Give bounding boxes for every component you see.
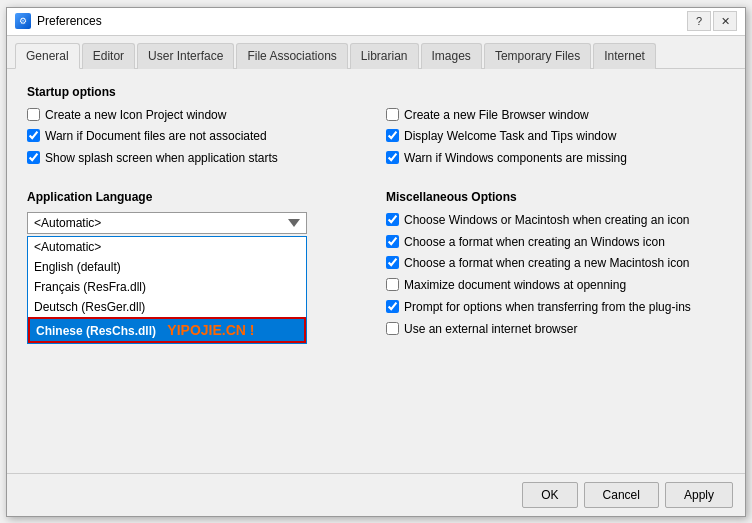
startup-opt-3-label: Show splash screen when application star…	[45, 150, 278, 167]
help-button[interactable]: ?	[687, 11, 711, 31]
misc-opt-3-label: Choose a format when creating a new Maci…	[404, 255, 690, 272]
startup-opt-6: Warn if Windows components are missing	[386, 150, 725, 167]
startup-right-col: Create a new File Browser window Display…	[386, 107, 725, 172]
language-section: Application Language <Automatic> <Automa…	[27, 190, 366, 344]
startup-opt-5-label: Display Welcome Task and Tips window	[404, 128, 616, 145]
misc-opt-5-checkbox[interactable]	[386, 300, 399, 313]
startup-title: Startup options	[27, 85, 725, 99]
startup-opt-5: Display Welcome Task and Tips window	[386, 128, 725, 145]
title-bar-buttons: ? ✕	[687, 11, 737, 31]
language-title: Application Language	[27, 190, 366, 204]
tab-editor[interactable]: Editor	[82, 43, 135, 69]
tab-user-interface[interactable]: User Interface	[137, 43, 234, 69]
misc-title: Miscellaneous Options	[386, 190, 725, 204]
startup-section: Startup options Create a new Icon Projec…	[27, 85, 725, 172]
tab-general[interactable]: General	[15, 43, 80, 69]
lang-item-french[interactable]: Français (ResFra.dll)	[28, 277, 306, 297]
lang-item-german[interactable]: Deutsch (ResGer.dll)	[28, 297, 306, 317]
startup-opt-2: Warn if Document files are not associate…	[27, 128, 366, 145]
startup-columns: Create a new Icon Project window Warn if…	[27, 107, 725, 172]
misc-opt-6: Use an external internet browser	[386, 321, 725, 338]
app-icon: ⚙	[15, 13, 31, 29]
preferences-window: ⚙ Preferences ? ✕ General Editor User In…	[6, 7, 746, 517]
startup-opt-4-checkbox[interactable]	[386, 108, 399, 121]
tab-file-associations[interactable]: File Associations	[236, 43, 347, 69]
misc-opt-3-checkbox[interactable]	[386, 256, 399, 269]
startup-opt-2-label: Warn if Document files are not associate…	[45, 128, 267, 145]
startup-opt-1-checkbox[interactable]	[27, 108, 40, 121]
tab-images[interactable]: Images	[421, 43, 482, 69]
content-area: Startup options Create a new Icon Projec…	[7, 69, 745, 473]
lang-item-english[interactable]: English (default)	[28, 257, 306, 277]
startup-opt-1: Create a new Icon Project window	[27, 107, 366, 124]
startup-left-col: Create a new Icon Project window Warn if…	[27, 107, 366, 172]
misc-opt-6-label: Use an external internet browser	[404, 321, 577, 338]
lang-item-chinese[interactable]: Chinese (ResChs.dll) YIPOJIE.CN !	[28, 317, 306, 343]
misc-opt-4-checkbox[interactable]	[386, 278, 399, 291]
misc-opt-4: Maximize document windows at openning	[386, 277, 725, 294]
startup-opt-6-label: Warn if Windows components are missing	[404, 150, 627, 167]
lang-item-automatic[interactable]: <Automatic>	[28, 237, 306, 257]
startup-opt-6-checkbox[interactable]	[386, 151, 399, 164]
tabs-bar: General Editor User Interface File Assoc…	[7, 36, 745, 69]
language-dropdown[interactable]: <Automatic>	[27, 212, 307, 234]
watermark-text: YIPOJIE.CN !	[167, 322, 254, 338]
title-bar-left: ⚙ Preferences	[15, 13, 102, 29]
misc-opt-1-checkbox[interactable]	[386, 213, 399, 226]
misc-opt-5: Prompt for options when transferring fro…	[386, 299, 725, 316]
ok-button[interactable]: OK	[522, 482, 577, 508]
tab-librarian[interactable]: Librarian	[350, 43, 419, 69]
apply-button[interactable]: Apply	[665, 482, 733, 508]
startup-opt-1-label: Create a new Icon Project window	[45, 107, 226, 124]
misc-opt-2-checkbox[interactable]	[386, 235, 399, 248]
tab-temporary-files[interactable]: Temporary Files	[484, 43, 591, 69]
bottom-section: Application Language <Automatic> <Automa…	[27, 186, 725, 344]
footer: OK Cancel Apply	[7, 473, 745, 516]
startup-opt-4: Create a new File Browser window	[386, 107, 725, 124]
misc-section: Miscellaneous Options Choose Windows or …	[386, 190, 725, 344]
tab-internet[interactable]: Internet	[593, 43, 656, 69]
language-list: <Automatic> English (default) Français (…	[27, 236, 307, 344]
misc-opt-6-checkbox[interactable]	[386, 322, 399, 335]
window-title: Preferences	[37, 14, 102, 28]
startup-opt-3: Show splash screen when application star…	[27, 150, 366, 167]
misc-opt-2-label: Choose a format when creating an Windows…	[404, 234, 665, 251]
close-button[interactable]: ✕	[713, 11, 737, 31]
title-bar: ⚙ Preferences ? ✕	[7, 8, 745, 36]
misc-opt-4-label: Maximize document windows at openning	[404, 277, 626, 294]
misc-opt-1-label: Choose Windows or Macintosh when creatin…	[404, 212, 689, 229]
misc-opt-2: Choose a format when creating an Windows…	[386, 234, 725, 251]
cancel-button[interactable]: Cancel	[584, 482, 659, 508]
startup-opt-5-checkbox[interactable]	[386, 129, 399, 142]
misc-opt-5-label: Prompt for options when transferring fro…	[404, 299, 691, 316]
startup-opt-3-checkbox[interactable]	[27, 151, 40, 164]
misc-opt-3: Choose a format when creating a new Maci…	[386, 255, 725, 272]
startup-opt-2-checkbox[interactable]	[27, 129, 40, 142]
startup-opt-4-label: Create a new File Browser window	[404, 107, 589, 124]
misc-opt-1: Choose Windows or Macintosh when creatin…	[386, 212, 725, 229]
